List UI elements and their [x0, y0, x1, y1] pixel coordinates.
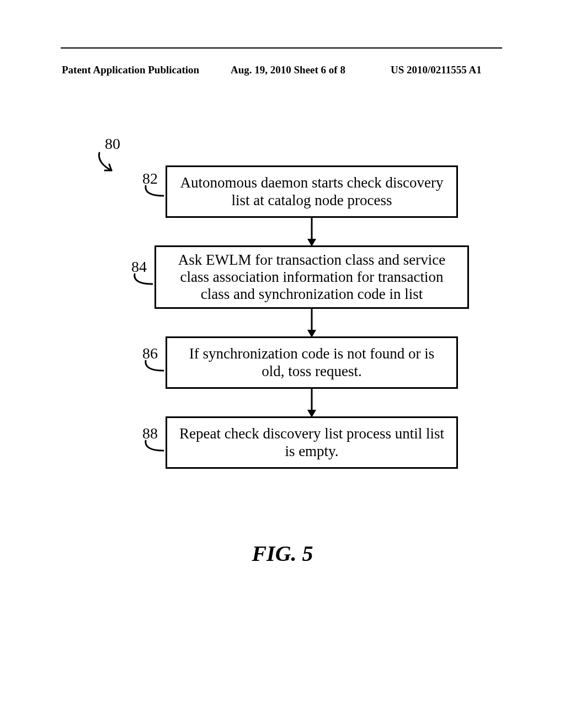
figure-label: FIG. 5 — [0, 540, 565, 566]
ref-hook-80 — [95, 152, 122, 179]
flow-box-84-text: Ask EWLM for transaction class and servi… — [165, 251, 459, 303]
header-center: Aug. 19, 2010 Sheet 6 of 8 — [231, 64, 345, 76]
flow-box-88-text: Repeat check discovery list process unti… — [176, 425, 447, 459]
flow-box-82: Autonomous daemon starts check discovery… — [166, 165, 458, 218]
flow-box-88: Repeat check discovery list process unti… — [166, 416, 458, 469]
header-right: US 2010/0211555 A1 — [391, 64, 482, 76]
ref-hook-86 — [143, 360, 166, 376]
arrow-84-86 — [306, 309, 317, 339]
ref-hook-82 — [143, 185, 166, 201]
page: Patent Application Publication Aug. 19, … — [0, 0, 565, 728]
arrow-82-84 — [306, 218, 317, 248]
arrow-86-88 — [306, 389, 317, 419]
ref-label-80: 80 — [105, 135, 120, 153]
ref-hook-84 — [132, 273, 154, 290]
flow-box-86-text: If synchronization code is not found or … — [176, 345, 447, 379]
header-rule — [61, 47, 502, 49]
flow-box-86: If synchronization code is not found or … — [166, 336, 458, 389]
flow-box-84: Ask EWLM for transaction class and servi… — [154, 245, 469, 309]
flow-box-82-text: Autonomous daemon starts check discovery… — [176, 174, 447, 208]
header-left: Patent Application Publication — [62, 64, 199, 76]
ref-hook-88 — [143, 440, 166, 456]
